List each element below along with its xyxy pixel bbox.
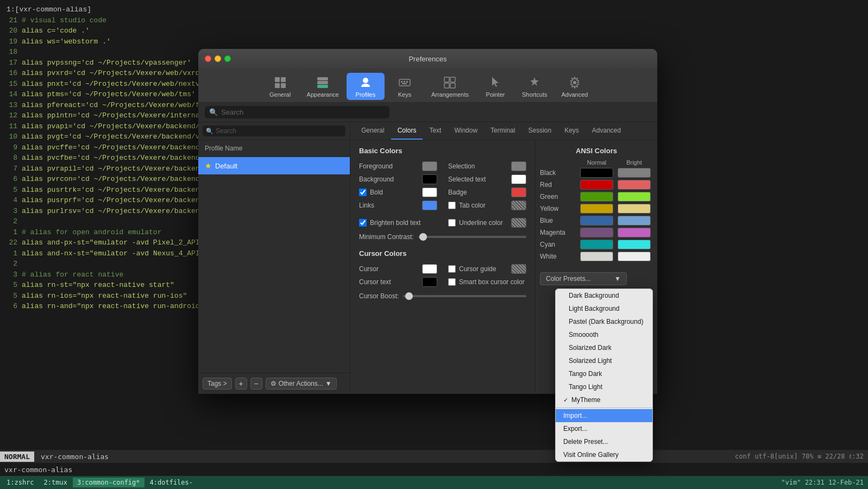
arrangements-icon bbox=[442, 75, 457, 90]
cursor-text-swatch[interactable] bbox=[422, 277, 437, 287]
cursor-label: Cursor bbox=[359, 265, 408, 273]
tab-colors[interactable]: Colors bbox=[391, 122, 423, 140]
cursor-guide-swatch[interactable] bbox=[511, 264, 526, 274]
ansi-black-bright-swatch[interactable] bbox=[618, 168, 651, 178]
selected-text-swatch[interactable] bbox=[511, 174, 526, 184]
toolbar-advanced[interactable]: Advanced bbox=[555, 73, 594, 100]
tab-keys[interactable]: Keys bbox=[558, 122, 586, 140]
toolbar-general[interactable]: General bbox=[261, 73, 299, 100]
tmux-tab-1[interactable]: 1:zshrc bbox=[2, 478, 39, 487]
preset-dark-background[interactable]: Dark Background bbox=[556, 289, 652, 302]
preset-smooooth[interactable]: Smooooth bbox=[556, 328, 652, 341]
tmux-tab-4[interactable]: 4:dotfiles- bbox=[146, 478, 197, 487]
selected-text-row: Selected text bbox=[448, 174, 526, 184]
color-presets-button[interactable]: Color Presets... ▼ bbox=[540, 272, 627, 285]
ansi-header: Normal Bright bbox=[540, 159, 653, 166]
preset-pastel-dark[interactable]: Pastel (Dark Background) bbox=[556, 315, 652, 328]
ansi-blue-normal-swatch[interactable] bbox=[580, 216, 613, 225]
cursor-boost-thumb[interactable] bbox=[405, 292, 413, 300]
cursor-guide-checkbox[interactable] bbox=[448, 265, 456, 273]
vim-filename: vxr-common-alias bbox=[41, 453, 109, 461]
ansi-green-bright-swatch[interactable] bbox=[618, 192, 651, 202]
smart-box-checkbox[interactable] bbox=[448, 278, 456, 286]
ansi-white-bright-swatch[interactable] bbox=[618, 252, 651, 261]
add-profile-button[interactable]: + bbox=[235, 378, 247, 390]
badge-swatch[interactable] bbox=[511, 187, 526, 197]
cursor-text-row: Cursor text bbox=[359, 277, 437, 287]
preset-export[interactable]: Export... bbox=[556, 422, 652, 435]
bold-swatch[interactable] bbox=[422, 187, 437, 197]
tab-color-checkbox[interactable] bbox=[448, 202, 456, 209]
ansi-green-label: Green bbox=[540, 193, 578, 200]
search-input[interactable] bbox=[221, 108, 385, 116]
bold-checkbox[interactable] bbox=[359, 189, 367, 196]
selection-swatch[interactable] bbox=[511, 161, 526, 171]
tmux-tab-2[interactable]: 2:tmux bbox=[40, 478, 72, 487]
brighten-bold-checkbox[interactable] bbox=[359, 219, 367, 227]
color-presets-dropdown: Dark Background Light Background Pastel … bbox=[555, 289, 653, 462]
ansi-cyan-normal-swatch[interactable] bbox=[580, 240, 613, 249]
links-swatch[interactable] bbox=[422, 200, 437, 210]
ansi-white-normal-swatch[interactable] bbox=[580, 252, 613, 261]
min-contrast-thumb[interactable] bbox=[419, 233, 427, 241]
ansi-blue-bright-swatch[interactable] bbox=[618, 216, 651, 225]
preset-import[interactable]: Import... bbox=[556, 409, 652, 422]
tab-color-swatch[interactable] bbox=[511, 200, 526, 210]
preset-visit-gallery[interactable]: Visit Online Gallery bbox=[556, 448, 652, 461]
ansi-green-normal-swatch[interactable] bbox=[580, 192, 613, 202]
profile-search-input[interactable] bbox=[216, 127, 342, 135]
toolbar-profiles[interactable]: Profiles bbox=[347, 73, 385, 100]
underline-color-checkbox[interactable] bbox=[448, 219, 456, 227]
ansi-magenta-bright-swatch[interactable] bbox=[618, 228, 651, 237]
svg-rect-4 bbox=[317, 85, 328, 88]
minimize-button[interactable] bbox=[215, 55, 221, 62]
toolbar-keys[interactable]: Keys bbox=[386, 73, 424, 100]
tmux-tab-3[interactable]: 3:common-config* bbox=[73, 478, 144, 487]
preset-mytheme[interactable]: MyTheme bbox=[556, 393, 652, 406]
profile-item-default[interactable]: ★ Default bbox=[198, 157, 350, 174]
maximize-button[interactable] bbox=[224, 55, 231, 62]
underline-color-swatch[interactable] bbox=[511, 218, 526, 228]
background-label: Background bbox=[359, 175, 408, 183]
foreground-swatch[interactable] bbox=[422, 161, 437, 171]
remove-profile-button[interactable]: − bbox=[250, 378, 262, 390]
ansi-cyan-bright-swatch[interactable] bbox=[618, 240, 651, 249]
tab-window[interactable]: Window bbox=[448, 122, 484, 140]
other-actions-button[interactable]: ⚙ Other Actions... ▼ bbox=[266, 378, 337, 390]
ansi-yellow-normal-swatch[interactable] bbox=[580, 204, 613, 214]
toolbar-appearance-label: Appearance bbox=[307, 91, 339, 98]
toolbar-shortcuts[interactable]: Shortcuts bbox=[515, 73, 553, 100]
tab-text[interactable]: Text bbox=[423, 122, 448, 140]
min-contrast-slider[interactable] bbox=[418, 236, 526, 238]
ansi-yellow-bright-swatch[interactable] bbox=[618, 204, 651, 214]
preset-tango-dark[interactable]: Tango Dark bbox=[556, 367, 652, 380]
close-button[interactable] bbox=[205, 55, 211, 62]
ansi-red-normal-swatch[interactable] bbox=[580, 180, 613, 190]
toolbar-advanced-label: Advanced bbox=[561, 91, 588, 98]
preset-delete[interactable]: Delete Preset... bbox=[556, 435, 652, 448]
tab-general[interactable]: General bbox=[355, 122, 391, 140]
preset-solarized-light[interactable]: Solarized Light bbox=[556, 354, 652, 367]
preset-solarized-dark[interactable]: Solarized Dark bbox=[556, 341, 652, 354]
toolbar-general-label: General bbox=[269, 91, 291, 98]
cursor-boost-slider[interactable] bbox=[403, 295, 526, 297]
tab-advanced[interactable]: Advanced bbox=[586, 122, 627, 140]
ansi-black-normal-swatch[interactable] bbox=[580, 168, 613, 178]
tab-session[interactable]: Session bbox=[521, 122, 558, 140]
ansi-yellow-label: Yellow bbox=[540, 205, 578, 212]
tags-button[interactable]: Tags > bbox=[203, 378, 232, 390]
background-swatch[interactable] bbox=[422, 174, 437, 184]
toolbar-arrangements[interactable]: Arrangements bbox=[425, 73, 475, 100]
ansi-red-bright-swatch[interactable] bbox=[618, 180, 651, 190]
profile-star-icon: ★ bbox=[205, 161, 212, 170]
profile-search-bar: 🔍 bbox=[198, 122, 350, 140]
preset-tango-light[interactable]: Tango Light bbox=[556, 380, 652, 393]
ansi-black-label: Black bbox=[540, 169, 578, 177]
tab-terminal[interactable]: Terminal bbox=[484, 122, 521, 140]
toolbar-appearance[interactable]: Appearance bbox=[300, 73, 345, 100]
cursor-swatch[interactable] bbox=[422, 264, 437, 274]
terminal-title-line: 1:[vxr-common-alias] bbox=[7, 4, 861, 15]
toolbar-pointer[interactable]: Pointer bbox=[476, 73, 514, 100]
preset-light-background[interactable]: Light Background bbox=[556, 302, 652, 315]
ansi-magenta-normal-swatch[interactable] bbox=[580, 228, 613, 237]
